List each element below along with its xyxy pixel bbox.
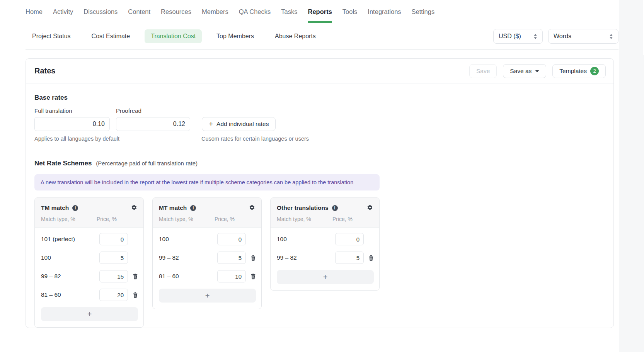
currency-select[interactable]: USD ($) (493, 29, 543, 44)
price-input[interactable] (99, 252, 128, 264)
templates-count-badge: 2 (590, 67, 599, 75)
price-input[interactable] (335, 233, 364, 245)
save-as-button[interactable]: Save as (503, 64, 546, 78)
templates-button[interactable]: Templates 2 (552, 64, 606, 78)
base-rate-hints: Applies to all languages by default Cuso… (34, 136, 605, 142)
tab-translation-cost[interactable]: Translation Cost (145, 29, 202, 43)
scheme-card-body: 10099 – 8281 – 60+ (153, 228, 261, 303)
scheme-title-row: MT matchi (159, 203, 255, 213)
match-type-label: 99 – 82 (159, 254, 217, 261)
save-button-label: Save (476, 68, 490, 75)
nav-item-settings[interactable]: Settings (412, 8, 435, 23)
match-type-label: 99 – 82 (277, 254, 335, 261)
scheme-card-mt-match: MT matchiMatch type, %Price, %10099 – 82… (152, 197, 262, 309)
tab-project-status[interactable]: Project Status (26, 29, 77, 43)
scheme-column-headers: Match type, %Price, % (41, 213, 137, 227)
tab-top-members[interactable]: Top Members (210, 29, 260, 43)
save-as-button-label: Save as (510, 68, 532, 75)
base-rate-labels: Full translation Proofread (34, 107, 605, 114)
price-input[interactable] (335, 252, 364, 264)
add-row-button[interactable]: + (159, 289, 256, 303)
base-rate-inputs: + Add individual rates (34, 117, 605, 131)
trash-icon[interactable] (133, 274, 138, 279)
trash-slot (246, 274, 256, 279)
base-rates-hint: Applies to all languages by default (34, 136, 201, 142)
report-tabs: Project StatusCost EstimateTranslation C… (26, 29, 322, 43)
trash-icon[interactable] (250, 255, 256, 261)
gear-icon[interactable] (367, 204, 373, 211)
proofread-input[interactable] (116, 117, 190, 131)
save-button[interactable]: Save (469, 64, 497, 78)
scrollbar-track (619, 0, 644, 352)
price-input[interactable] (99, 233, 128, 245)
panel-title: Rates (34, 66, 55, 75)
add-individual-rates-button[interactable]: + Add individual rates (202, 117, 276, 131)
scheme-card-title: MT match (159, 204, 187, 211)
tab-cost-estimate[interactable]: Cost Estimate (85, 29, 136, 43)
unit-select[interactable]: Words (548, 29, 618, 44)
info-icon[interactable]: i (332, 205, 338, 211)
currency-select-value: USD ($) (499, 33, 521, 40)
scheme-column-headers: Match type, %Price, % (277, 213, 373, 227)
nav-item-tools[interactable]: Tools (342, 8, 358, 23)
match-type-label: 81 – 60 (41, 291, 99, 298)
unit-select-value: Words (554, 33, 571, 40)
nav-item-members[interactable]: Members (202, 8, 228, 23)
scheme-card-head: Other translationsiMatch type, %Price, % (271, 198, 379, 228)
trash-icon[interactable] (133, 292, 138, 298)
scheme-card-body: 10099 – 82+ (271, 228, 379, 284)
trash-slot (128, 292, 138, 298)
match-type-label: 100 (277, 236, 335, 243)
scheme-card-tm-match: TM matchiMatch type, %Price, %101 (perfe… (34, 197, 144, 328)
price-input[interactable] (99, 270, 128, 282)
price-input[interactable] (217, 233, 246, 245)
add-row-button[interactable]: + (277, 270, 374, 284)
match-type-label: 99 – 82 (41, 273, 99, 280)
nav-item-resources[interactable]: Resources (161, 8, 191, 23)
scheme-row: 100 (41, 248, 138, 267)
scheme-column-headers: Match type, %Price, % (159, 213, 255, 227)
scheme-row: 99 – 82 (159, 248, 256, 267)
scheme-row: 81 – 60 (159, 267, 256, 286)
scheme-card-head: MT matchiMatch type, %Price, % (153, 198, 261, 228)
nav-item-integrations[interactable]: Integrations (368, 8, 401, 23)
scheme-row: 100 (159, 230, 256, 248)
gear-icon[interactable] (249, 204, 255, 211)
scheme-row: 99 – 82 (277, 248, 374, 267)
info-icon[interactable]: i (72, 205, 78, 211)
scheme-card-title: Other translations (277, 204, 329, 211)
scheme-title-row: Other translationsi (277, 203, 373, 213)
tab-abuse-reports[interactable]: Abuse Reports (269, 29, 322, 43)
net-rate-schemes-heading-row: Net Rate Schemes (Percentage paid of ful… (34, 160, 605, 167)
base-rates-heading: Base rates (34, 94, 605, 102)
gear-icon[interactable] (131, 204, 137, 211)
match-type-column-label: Match type, % (159, 216, 193, 222)
nav-item-activity[interactable]: Activity (53, 8, 73, 23)
scheme-row: 101 (perfect) (41, 230, 138, 248)
price-column-label: Price, % (97, 216, 117, 222)
nav-item-content[interactable]: Content (128, 8, 150, 23)
templates-button-label: Templates (559, 68, 587, 75)
add-row-button[interactable]: + (41, 307, 138, 321)
chevron-down-icon (535, 69, 539, 73)
full-translation-input[interactable] (34, 117, 110, 131)
info-icon[interactable]: i (190, 205, 196, 211)
match-type-label: 101 (perfect) (41, 236, 99, 243)
scheme-card-head: TM matchiMatch type, %Price, % (35, 198, 143, 228)
scheme-title-row: TM matchi (41, 203, 137, 213)
trash-icon[interactable] (368, 255, 374, 261)
price-input[interactable] (217, 270, 246, 282)
nav-item-tasks[interactable]: Tasks (281, 8, 297, 23)
price-input[interactable] (99, 289, 128, 301)
proofread-label: Proofread (116, 107, 201, 114)
trash-icon[interactable] (250, 274, 256, 279)
nav-item-qa-checks[interactable]: QA Checks (239, 8, 271, 23)
price-input[interactable] (217, 252, 246, 264)
nav-item-discussions[interactable]: Discussions (83, 8, 118, 23)
net-rate-schemes-subheading: (Percentage paid of full translation rat… (96, 160, 198, 167)
nav-item-reports[interactable]: Reports (308, 8, 332, 23)
report-tab-bar: Project StatusCost EstimateTranslation C… (26, 23, 618, 50)
match-type-label: 100 (159, 236, 217, 243)
nav-item-home[interactable]: Home (26, 8, 43, 23)
match-type-column-label: Match type, % (41, 216, 75, 222)
